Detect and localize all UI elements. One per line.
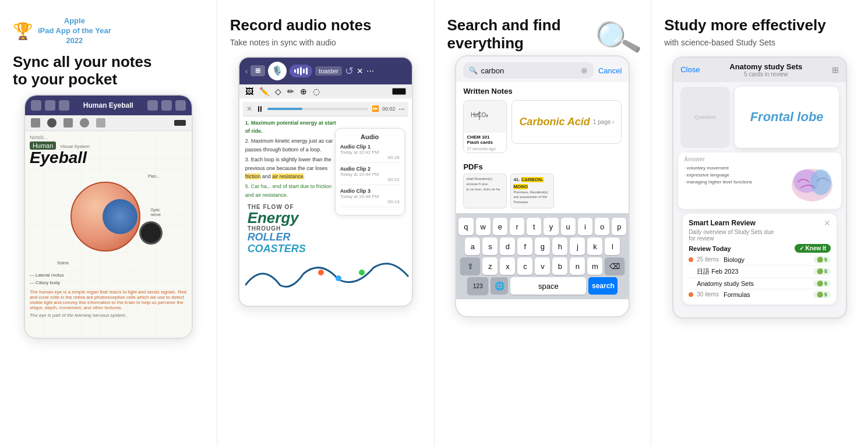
key-123[interactable]: 123 — [467, 277, 488, 295]
review-item-anatomy[interactable]: Anatomy study Sets 🟢 5 — [689, 278, 831, 289]
key-search[interactable]: search — [588, 277, 618, 295]
wave-bar-3 — [300, 67, 302, 75]
pdf-card-2[interactable]: 41. CARBON-MONO Premises, Resident(s) ac… — [510, 174, 554, 208]
notepad-label: Noteb... — [30, 134, 187, 140]
lasso-tool[interactable]: ◌ — [313, 87, 320, 96]
key-x[interactable]: x — [500, 257, 515, 275]
back-btn[interactable] — [31, 100, 41, 111]
pdf-card-1[interactable]: shall Resident(s) remove fi one. ty ca n… — [463, 174, 507, 208]
eraser-tool[interactable]: ◇ — [275, 87, 281, 96]
answer-note-2: · expressive language — [684, 172, 784, 179]
audio-clip-1[interactable]: Audio Clip 1 Today at 10:42 PM 00:18 — [340, 144, 400, 163]
key-q[interactable]: q — [458, 218, 473, 235]
back-arrow[interactable]: ‹ — [245, 66, 248, 76]
key-delete[interactable]: ⌫ — [605, 257, 624, 275]
key-r[interactable]: r — [510, 218, 524, 235]
undo-icon[interactable]: ↺ — [345, 65, 354, 77]
wave-bar-4 — [303, 69, 305, 73]
playback-bar[interactable]: ✕ ⏸ ⏩ 00:02 ··· — [243, 102, 408, 116]
key-l[interactable]: l — [605, 238, 620, 255]
search-mockup: 🔍 carbon ⊗ Cancel Written Notes H₂CO₃ — [455, 55, 630, 317]
review-close-btn[interactable]: ✕ — [824, 218, 831, 228]
audio-clip-2[interactable]: Audio Clip 2 Today at 10:44 PM 00:22 — [340, 166, 400, 185]
close-x[interactable]: ✕ — [357, 66, 364, 76]
key-i[interactable]: i — [578, 218, 592, 235]
key-p[interactable]: p — [612, 218, 626, 235]
sclera-label: Sclera — [57, 261, 69, 265]
biology-label: Biology — [724, 256, 744, 263]
more-btn[interactable] — [175, 100, 186, 111]
flashcard-frontal-lobe[interactable]: Frontal lobe — [735, 87, 839, 148]
photo-tool[interactable]: 🖼 — [245, 87, 253, 96]
key-shift[interactable]: ⇧ — [460, 257, 480, 275]
tool-icon-2[interactable] — [47, 118, 57, 128]
tool-icon-1[interactable] — [31, 118, 40, 128]
anatomy-badge: 🟢 5 — [813, 280, 831, 287]
grid-tab[interactable]: ⊞ — [250, 65, 265, 76]
pen-tool[interactable]: ✏️ — [259, 87, 269, 96]
key-b[interactable]: b — [552, 257, 567, 275]
result-card-chem[interactable]: H₂CO₃ CHEM 101Flash cards 27 seconds ago — [463, 100, 507, 153]
key-globe[interactable]: 🌐 — [491, 277, 508, 295]
key-o[interactable]: o — [595, 218, 609, 235]
key-z[interactable]: z — [482, 257, 497, 275]
grid-btn[interactable] — [45, 100, 55, 111]
search-box[interactable]: 🔍 carbon ⊗ — [463, 62, 594, 79]
key-k[interactable]: k — [587, 238, 602, 255]
color-swatch[interactable] — [392, 88, 406, 95]
knew-it-button[interactable]: ✓ Knew It — [795, 244, 831, 253]
key-s[interactable]: s — [482, 238, 497, 255]
key-c[interactable]: c — [517, 257, 532, 275]
time-skip[interactable]: ⏩ — [372, 105, 379, 112]
review-item-formulas[interactable]: 30 items Formulas 🟢 5 — [689, 289, 831, 300]
key-w[interactable]: w — [476, 218, 491, 235]
review-item-japanese[interactable]: 日語 Feb 2023 🟢 5 — [689, 266, 831, 278]
close-btn[interactable] — [161, 100, 172, 111]
brain-svg — [789, 165, 835, 206]
clear-button[interactable]: ⊗ — [581, 66, 588, 75]
panel-study: Study more effectively with science-base… — [651, 0, 868, 446]
chem-card[interactable]: H₂CO₃ CHEM 101Flash cards 27 seconds ago — [463, 100, 507, 153]
flashcard-blank[interactable]: Question — [680, 87, 730, 148]
shapes-tool[interactable]: ⊕ — [300, 87, 307, 96]
biology-dot — [689, 257, 693, 262]
key-g[interactable]: g — [535, 238, 550, 255]
clip2-duration: 00:22 — [340, 177, 400, 182]
close-button[interactable]: Close — [680, 65, 700, 74]
key-y[interactable]: y — [544, 218, 558, 235]
pencil-tool[interactable]: ✏ — [287, 87, 294, 96]
phone-mockup: Human Eyeball Noteb... Human Visual Syst… — [24, 94, 193, 339]
undo-btn[interactable] — [147, 100, 158, 111]
key-h[interactable]: h — [552, 238, 567, 255]
tool-icon-4[interactable] — [80, 118, 89, 128]
key-m[interactable]: m — [587, 257, 602, 275]
key-f[interactable]: f — [517, 238, 532, 255]
grid-icon[interactable]: ⊞ — [832, 65, 839, 75]
key-v[interactable]: v — [535, 257, 550, 275]
add-btn[interactable] — [59, 100, 69, 111]
air-highlight: air resistance — [272, 174, 304, 179]
key-t[interactable]: t — [527, 218, 541, 235]
pause-btn[interactable]: ⏸ — [256, 104, 264, 114]
key-e[interactable]: e — [493, 218, 507, 235]
knew-it-label: Knew It — [806, 245, 827, 252]
tool-icon-3[interactable] — [63, 118, 73, 128]
more-playback[interactable]: ··· — [399, 105, 405, 113]
close-playback[interactable]: ✕ — [246, 105, 252, 113]
review-item-biology[interactable]: 25 items Biology 🟢 5 — [689, 254, 831, 266]
more-dots[interactable]: ··· — [366, 66, 374, 76]
audio-clip-3[interactable]: Audio Clip 3 Today at 10:48 PM 00:14 — [340, 188, 400, 207]
progress-bar[interactable] — [267, 108, 368, 110]
key-u[interactable]: u — [561, 218, 576, 235]
key-j[interactable]: j — [570, 238, 585, 255]
key-space[interactable]: space — [510, 277, 586, 295]
tool-icon-5[interactable] — [96, 118, 105, 128]
cancel-button[interactable]: Cancel — [598, 66, 622, 75]
mic-button[interactable]: 🎙️ — [268, 62, 287, 80]
key-n[interactable]: n — [570, 257, 585, 275]
carbonic-acid-card[interactable]: Carbonic Acid 1 page › — [511, 100, 622, 144]
page-count: 1 page › — [593, 119, 615, 125]
pdfs-title: PDFs — [456, 158, 629, 174]
key-a[interactable]: a — [465, 238, 480, 255]
key-d[interactable]: d — [500, 238, 515, 255]
